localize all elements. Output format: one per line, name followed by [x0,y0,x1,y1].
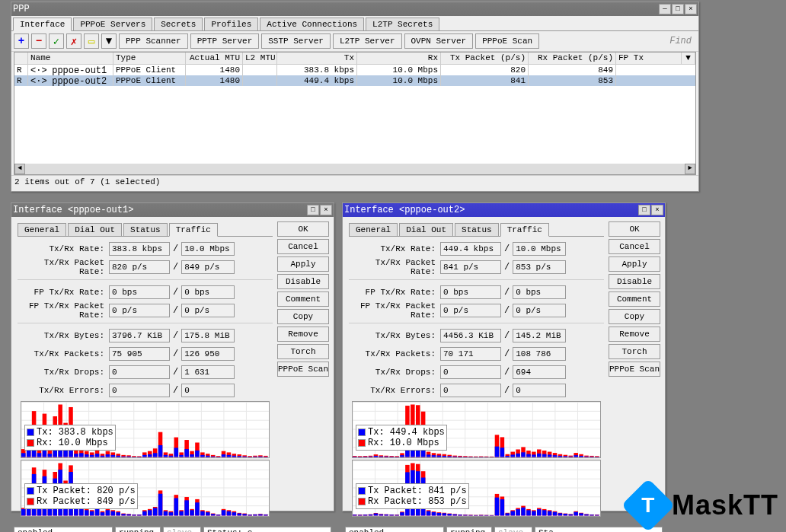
tab-active-connections[interactable]: Active Connections [260,18,364,30]
col-dropdown[interactable]: ▼ [682,53,695,64]
copy-button[interactable]: Copy [277,309,329,324]
ovpn-server-button[interactable]: OVPN Server [404,33,474,49]
ok-button[interactable]: OK [609,221,660,237]
table-row[interactable]: R <·> pppoe-out1 PPPoE Client 1480 383.8… [14,65,695,75]
apply-button[interactable]: Apply [277,256,329,272]
add-button[interactable]: + [14,33,29,49]
col-rxp[interactable]: Rx Packet (p/s) [529,53,616,64]
tab-general[interactable]: General [18,223,66,236]
tab-secrets[interactable]: Secrets [154,18,203,30]
comment-button[interactable]: Comment [277,291,329,307]
sub1-titlebar[interactable]: Interface <pppoe-out1> □ × [11,203,334,217]
filter-icon[interactable]: ▼ [101,33,117,49]
svg-rect-195 [116,512,120,515]
tab-pppoe-servers[interactable]: PPPoE Servers [73,18,152,30]
disable-button[interactable]: Disable [609,274,660,289]
ppp-scanner-button[interactable]: PPP Scanner [119,33,188,49]
tab-status[interactable]: Status [123,223,168,236]
col-fptx[interactable]: FP Tx [616,53,682,64]
rx-rate [181,242,235,256]
minimize-button[interactable]: □ [307,205,319,215]
tab-l2tp-secrets[interactable]: L2TP Secrets [366,18,439,30]
svg-rect-109 [253,457,257,457]
packet-chart: Tx Packet: 841 p/s Rx Packet: 853 p/s [352,460,601,517]
pptp-server-button[interactable]: PPTP Server [190,33,260,49]
sstp-server-button[interactable]: SSTP Server [261,33,331,49]
sub1-status: enabled running slave Status: c... [11,524,334,532]
tab-general[interactable]: General [349,223,398,236]
svg-rect-333 [584,457,589,457]
close-button[interactable]: × [651,205,663,215]
pppoe-scan-button[interactable]: PPPoE Scan [475,33,539,49]
tab-dial-out[interactable]: Dial Out [68,223,122,236]
disable-button[interactable]: ✗ [66,33,81,49]
tab-status[interactable]: Status [455,223,499,236]
copy-button[interactable]: Copy [609,309,660,324]
tab-dial-out[interactable]: Dial Out [399,223,453,236]
packet-chart: Tx Packet: 820 p/s Rx Packet: 849 p/s [21,460,270,517]
svg-rect-83 [116,456,120,457]
minimize-button[interactable]: □ [638,205,650,215]
l2tp-server-button[interactable]: L2TP Server [333,33,402,49]
svg-rect-410 [400,512,404,515]
remove-button[interactable]: Remove [609,327,660,342]
col-l2mtu[interactable]: L2 MTU [243,53,277,64]
svg-rect-187 [74,509,78,516]
col-name[interactable]: Name [28,53,113,64]
col-rx[interactable]: Rx [357,53,441,64]
close-button[interactable]: × [685,4,697,14]
svg-rect-330 [569,457,574,457]
status-bar: 2 items out of 7 (1 selected) [11,175,698,188]
svg-rect-420 [452,514,457,516]
table-row[interactable]: R <·> pppoe-out2 PPPoE Client 1480 449.4… [14,75,695,86]
torch-button[interactable]: Torch [277,344,329,359]
h-scroll[interactable]: ◄ ► [14,164,695,174]
svg-rect-417 [437,513,442,516]
minimize-button[interactable]: ─ [659,4,671,14]
svg-rect-418 [443,513,447,515]
tab-traffic[interactable]: Traffic [500,223,549,237]
col-mtu[interactable]: Actual MTU [186,53,243,64]
svg-rect-65 [21,453,26,457]
sub2-titlebar[interactable]: Interface <pppoe-out2> □ × [343,203,665,217]
ppp-titlebar[interactable]: PPP ─ □ × [11,2,698,16]
find-field[interactable]: Find [665,36,696,46]
svg-rect-324 [537,454,542,457]
disable-button[interactable]: Disable [277,274,329,289]
svg-rect-216 [227,511,232,516]
ppp-title: PPP [13,4,30,14]
ppp-tabs: Interface PPPoE Servers Secrets Profiles… [11,16,698,31]
remove-button[interactable]: − [31,33,46,49]
svg-rect-103 [222,454,226,457]
tab-profiles[interactable]: Profiles [204,18,258,30]
tab-traffic[interactable]: Traffic [169,223,218,237]
svg-rect-194 [111,511,116,516]
pppoe-scan-button[interactable]: PPPoE Scan [277,362,329,377]
svg-rect-294 [379,457,384,457]
col-txp[interactable]: Tx Packet (p/s) [441,53,529,64]
torch-button[interactable]: Torch [609,344,660,359]
svg-rect-97 [190,454,194,457]
comment-button[interactable]: Comment [609,291,660,307]
tab-interface[interactable]: Interface [13,18,72,31]
apply-button[interactable]: Apply [609,256,660,272]
cancel-button[interactable]: Cancel [277,239,329,254]
ok-button[interactable]: OK [277,221,329,237]
col-type[interactable]: Type [113,53,186,64]
svg-rect-437 [542,510,547,515]
rate-chart: Tx: 383.8 kbps Rx: 10.0 Mbps [21,401,270,458]
maximize-button[interactable]: □ [672,4,684,14]
svg-rect-429 [500,499,505,515]
close-button[interactable]: × [320,205,332,215]
remove-button[interactable]: Remove [277,327,329,342]
svg-rect-425 [479,515,484,516]
cancel-button[interactable]: Cancel [609,239,660,254]
svg-rect-68 [37,453,42,457]
enable-button[interactable]: ✓ [49,33,64,49]
col-tx[interactable]: Tx [277,53,357,64]
pppoe-scan-button[interactable]: PPPoE Scan [609,362,660,377]
comment-button[interactable]: ▭ [84,33,99,49]
svg-rect-304 [432,455,436,457]
svg-rect-332 [579,456,583,457]
grid-body[interactable]: R <·> pppoe-out1 PPPoE Client 1480 383.8… [14,65,695,164]
